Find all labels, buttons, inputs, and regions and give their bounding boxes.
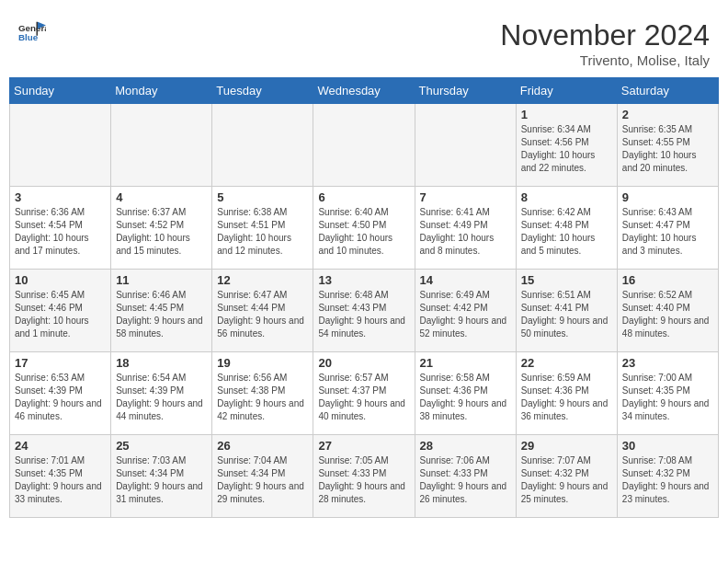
day-info: Sunrise: 6:36 AM Sunset: 4:54 PM Dayligh… xyxy=(15,206,106,258)
calendar-cell: 4Sunrise: 6:37 AM Sunset: 4:52 PM Daylig… xyxy=(111,187,212,270)
calendar-cell: 18Sunrise: 6:54 AM Sunset: 4:39 PM Dayli… xyxy=(111,352,212,435)
day-info: Sunrise: 6:54 AM Sunset: 4:39 PM Dayligh… xyxy=(116,372,207,423)
day-number: 18 xyxy=(116,356,207,370)
day-info: Sunrise: 7:07 AM Sunset: 4:32 PM Dayligh… xyxy=(521,454,612,506)
calendar-table: SundayMondayTuesdayWednesdayThursdayFrid… xyxy=(9,77,719,518)
day-number: 24 xyxy=(15,439,106,453)
day-info: Sunrise: 6:47 AM Sunset: 4:44 PM Dayligh… xyxy=(217,289,308,340)
day-info: Sunrise: 6:59 AM Sunset: 4:36 PM Dayligh… xyxy=(521,372,612,423)
day-number: 16 xyxy=(622,273,713,287)
day-info: Sunrise: 6:48 AM Sunset: 4:43 PM Dayligh… xyxy=(318,289,409,340)
calendar-cell: 29Sunrise: 7:07 AM Sunset: 4:32 PM Dayli… xyxy=(516,435,617,518)
day-number: 29 xyxy=(521,439,612,453)
month-title: November 2024 xyxy=(500,18,710,52)
day-number: 1 xyxy=(521,108,612,121)
calendar-cell xyxy=(313,104,415,187)
day-number: 23 xyxy=(622,356,713,370)
calendar-cell: 22Sunrise: 6:59 AM Sunset: 4:36 PM Dayli… xyxy=(516,352,617,435)
day-number: 25 xyxy=(116,439,207,453)
calendar-cell: 24Sunrise: 7:01 AM Sunset: 4:35 PM Dayli… xyxy=(10,435,111,518)
day-number: 9 xyxy=(622,190,713,204)
weekday-header: Saturday xyxy=(617,78,718,104)
calendar-week-row: 10Sunrise: 6:45 AM Sunset: 4:46 PM Dayli… xyxy=(10,270,719,352)
day-number: 7 xyxy=(420,190,511,204)
calendar-cell: 9Sunrise: 6:43 AM Sunset: 4:47 PM Daylig… xyxy=(617,187,718,270)
day-number: 19 xyxy=(217,356,308,370)
calendar-cell: 28Sunrise: 7:06 AM Sunset: 4:33 PM Dayli… xyxy=(415,435,516,518)
day-number: 2 xyxy=(622,108,713,121)
calendar-cell: 23Sunrise: 7:00 AM Sunset: 4:35 PM Dayli… xyxy=(617,352,718,435)
day-number: 14 xyxy=(420,273,511,287)
calendar-cell: 25Sunrise: 7:03 AM Sunset: 4:34 PM Dayli… xyxy=(111,435,212,518)
calendar-cell xyxy=(415,104,516,187)
weekday-header: Thursday xyxy=(415,78,516,104)
svg-text:Blue: Blue xyxy=(18,32,39,42)
calendar-week-row: 1Sunrise: 6:34 AM Sunset: 4:56 PM Daylig… xyxy=(10,104,719,187)
day-number: 30 xyxy=(622,439,713,453)
day-info: Sunrise: 6:45 AM Sunset: 4:46 PM Dayligh… xyxy=(15,289,106,340)
calendar-week-row: 3Sunrise: 6:36 AM Sunset: 4:54 PM Daylig… xyxy=(10,187,719,270)
day-number: 6 xyxy=(318,190,409,204)
day-info: Sunrise: 6:37 AM Sunset: 4:52 PM Dayligh… xyxy=(116,206,207,258)
day-info: Sunrise: 6:52 AM Sunset: 4:40 PM Dayligh… xyxy=(622,289,713,340)
calendar-cell xyxy=(10,104,111,187)
location-title: Trivento, Molise, Italy xyxy=(500,52,710,68)
weekday-header: Sunday xyxy=(10,78,111,104)
day-number: 27 xyxy=(318,439,409,453)
day-info: Sunrise: 7:05 AM Sunset: 4:33 PM Dayligh… xyxy=(318,454,409,506)
calendar-cell: 19Sunrise: 6:56 AM Sunset: 4:38 PM Dayli… xyxy=(212,352,313,435)
day-info: Sunrise: 7:08 AM Sunset: 4:32 PM Dayligh… xyxy=(622,454,713,506)
page-header: General Blue November 2024 Trivento, Mol… xyxy=(9,9,719,73)
calendar-cell: 20Sunrise: 6:57 AM Sunset: 4:37 PM Dayli… xyxy=(313,352,415,435)
day-number: 4 xyxy=(116,190,207,204)
day-info: Sunrise: 6:51 AM Sunset: 4:41 PM Dayligh… xyxy=(521,289,612,340)
calendar-cell: 21Sunrise: 6:58 AM Sunset: 4:36 PM Dayli… xyxy=(415,352,516,435)
weekday-header: Friday xyxy=(516,78,617,104)
logo-icon: General Blue xyxy=(18,18,46,46)
calendar-week-row: 17Sunrise: 6:53 AM Sunset: 4:39 PM Dayli… xyxy=(10,352,719,435)
day-info: Sunrise: 6:46 AM Sunset: 4:45 PM Dayligh… xyxy=(116,289,207,340)
day-number: 11 xyxy=(116,273,207,287)
calendar-cell: 30Sunrise: 7:08 AM Sunset: 4:32 PM Dayli… xyxy=(617,435,718,518)
calendar-cell: 27Sunrise: 7:05 AM Sunset: 4:33 PM Dayli… xyxy=(313,435,415,518)
calendar-cell: 5Sunrise: 6:38 AM Sunset: 4:51 PM Daylig… xyxy=(212,187,313,270)
calendar-cell: 11Sunrise: 6:46 AM Sunset: 4:45 PM Dayli… xyxy=(111,270,212,352)
calendar-cell xyxy=(212,104,313,187)
day-number: 8 xyxy=(521,190,612,204)
calendar-cell: 12Sunrise: 6:47 AM Sunset: 4:44 PM Dayli… xyxy=(212,270,313,352)
day-info: Sunrise: 6:43 AM Sunset: 4:47 PM Dayligh… xyxy=(622,206,713,258)
day-info: Sunrise: 6:35 AM Sunset: 4:55 PM Dayligh… xyxy=(622,123,713,175)
day-number: 21 xyxy=(420,356,511,370)
svg-rect-3 xyxy=(37,22,39,36)
day-number: 20 xyxy=(318,356,409,370)
day-info: Sunrise: 6:53 AM Sunset: 4:39 PM Dayligh… xyxy=(15,372,106,423)
day-number: 22 xyxy=(521,356,612,370)
day-number: 5 xyxy=(217,190,308,204)
day-info: Sunrise: 6:34 AM Sunset: 4:56 PM Dayligh… xyxy=(521,123,612,175)
day-info: Sunrise: 7:01 AM Sunset: 4:35 PM Dayligh… xyxy=(15,454,106,506)
calendar-week-row: 24Sunrise: 7:01 AM Sunset: 4:35 PM Dayli… xyxy=(10,435,719,518)
day-info: Sunrise: 7:03 AM Sunset: 4:34 PM Dayligh… xyxy=(116,454,207,506)
calendar-cell: 10Sunrise: 6:45 AM Sunset: 4:46 PM Dayli… xyxy=(10,270,111,352)
day-number: 13 xyxy=(318,273,409,287)
day-number: 10 xyxy=(15,273,106,287)
calendar-cell: 7Sunrise: 6:41 AM Sunset: 4:49 PM Daylig… xyxy=(415,187,516,270)
calendar-cell: 3Sunrise: 6:36 AM Sunset: 4:54 PM Daylig… xyxy=(10,187,111,270)
weekday-header-row: SundayMondayTuesdayWednesdayThursdayFrid… xyxy=(10,78,719,104)
calendar-cell: 13Sunrise: 6:48 AM Sunset: 4:43 PM Dayli… xyxy=(313,270,415,352)
day-info: Sunrise: 7:04 AM Sunset: 4:34 PM Dayligh… xyxy=(217,454,308,506)
day-number: 3 xyxy=(15,190,106,204)
calendar-cell: 14Sunrise: 6:49 AM Sunset: 4:42 PM Dayli… xyxy=(415,270,516,352)
logo: General Blue xyxy=(18,18,48,46)
day-info: Sunrise: 6:56 AM Sunset: 4:38 PM Dayligh… xyxy=(217,372,308,423)
calendar-cell: 1Sunrise: 6:34 AM Sunset: 4:56 PM Daylig… xyxy=(516,104,617,187)
day-number: 28 xyxy=(420,439,511,453)
weekday-header: Tuesday xyxy=(212,78,313,104)
day-info: Sunrise: 6:41 AM Sunset: 4:49 PM Dayligh… xyxy=(420,206,511,258)
day-info: Sunrise: 6:58 AM Sunset: 4:36 PM Dayligh… xyxy=(420,372,511,423)
calendar-cell: 26Sunrise: 7:04 AM Sunset: 4:34 PM Dayli… xyxy=(212,435,313,518)
day-number: 15 xyxy=(521,273,612,287)
weekday-header: Wednesday xyxy=(313,78,415,104)
day-number: 12 xyxy=(217,273,308,287)
day-info: Sunrise: 6:42 AM Sunset: 4:48 PM Dayligh… xyxy=(521,206,612,258)
